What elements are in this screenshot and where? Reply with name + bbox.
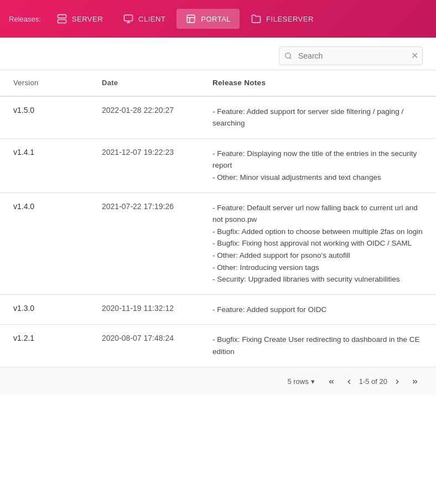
- next-page-button[interactable]: [390, 374, 405, 389]
- cell-version: v1.5.0: [0, 96, 89, 139]
- tab-fileserver[interactable]: FILESERVER: [242, 9, 323, 29]
- cell-date: 2022-01-28 22:20:27: [89, 96, 199, 139]
- cell-notes: - Feature: Default server url now fallin…: [199, 193, 436, 294]
- search-row: ✕: [0, 38, 436, 70]
- server-icon: [56, 13, 68, 24]
- nav-tabs: SERVER CLIENT: [48, 9, 323, 29]
- svg-rect-0: [58, 15, 66, 18]
- svg-rect-1: [58, 20, 66, 23]
- content-area: ✕ Version Date Release Notes v1.5.02022-…: [0, 38, 436, 396]
- col-version: Version: [0, 70, 89, 96]
- search-container: ✕: [279, 46, 423, 65]
- tab-client[interactable]: CLIENT: [114, 9, 174, 29]
- first-page-button[interactable]: [324, 374, 339, 389]
- svg-rect-4: [124, 15, 133, 21]
- client-icon: [123, 13, 134, 24]
- col-notes: Release Notes: [199, 70, 436, 96]
- tab-portal[interactable]: PORTAL: [177, 9, 240, 29]
- search-clear-icon[interactable]: ✕: [411, 51, 418, 60]
- table-row: v1.2.12020-08-07 17:48:24- Bugfix: Fixin…: [0, 325, 436, 367]
- search-icon: [284, 52, 292, 60]
- releases-table: Version Date Release Notes v1.5.02022-01…: [0, 70, 436, 367]
- cell-date: 2020-11-19 11:32:12: [89, 294, 199, 325]
- releases-table-wrapper: Version Date Release Notes v1.5.02022-01…: [0, 70, 436, 367]
- cell-date: 2021-12-07 19:22:23: [89, 138, 199, 193]
- rows-dropdown-icon: ▾: [311, 377, 315, 386]
- table-header-row: Version Date Release Notes: [0, 70, 436, 96]
- svg-point-8: [286, 53, 290, 58]
- cell-notes: - Feature: Displaying now the title of t…: [199, 138, 436, 193]
- portal-icon: [185, 13, 196, 24]
- page-info: 1-5 of 20: [359, 377, 387, 386]
- svg-rect-7: [188, 15, 195, 23]
- releases-label: Releases:: [9, 15, 41, 23]
- cell-notes: - Feature: Added support for server side…: [199, 96, 436, 139]
- table-row: v1.3.02020-11-19 11:32:12- Feature: Adde…: [0, 294, 436, 325]
- cell-version: v1.3.0: [0, 294, 89, 325]
- top-nav: Releases: SERVER: [0, 0, 436, 38]
- cell-notes: - Feature: Added support for OIDC: [199, 294, 436, 325]
- fileserver-icon: [251, 13, 262, 24]
- svg-line-9: [290, 58, 292, 59]
- rows-per-page-selector[interactable]: 5 rows ▾: [287, 377, 314, 386]
- search-input[interactable]: [279, 46, 423, 65]
- tab-server-label: SERVER: [72, 15, 103, 23]
- table-row: v1.4.02021-07-22 17:19:26- Feature: Defa…: [0, 193, 436, 294]
- cell-version: v1.4.0: [0, 193, 89, 294]
- table-row: v1.5.02022-01-28 22:20:27- Feature: Adde…: [0, 96, 436, 139]
- rows-per-page-value: 5 rows: [287, 377, 308, 386]
- table-row: v1.4.12021-12-07 19:22:23- Feature: Disp…: [0, 138, 436, 193]
- col-date: Date: [89, 70, 199, 96]
- prev-page-button[interactable]: [341, 374, 357, 389]
- pagination-bar: 5 rows ▾ 1-5 of 20: [0, 367, 436, 396]
- tab-server[interactable]: SERVER: [48, 9, 112, 29]
- pagination-controls: 1-5 of 20: [324, 374, 423, 389]
- cell-date: 2020-08-07 17:48:24: [89, 325, 199, 367]
- cell-date: 2021-07-22 17:19:26: [89, 193, 199, 294]
- tab-client-label: CLIENT: [138, 15, 165, 23]
- cell-version: v1.2.1: [0, 325, 89, 367]
- cell-notes: - Bugfix: Fixing Create User redirecting…: [199, 325, 436, 367]
- cell-version: v1.4.1: [0, 138, 89, 193]
- last-page-button[interactable]: [407, 374, 423, 389]
- tab-fileserver-label: FILESERVER: [266, 15, 314, 23]
- tab-portal-label: PORTAL: [201, 15, 231, 23]
- app-container: Releases: SERVER: [0, 0, 436, 504]
